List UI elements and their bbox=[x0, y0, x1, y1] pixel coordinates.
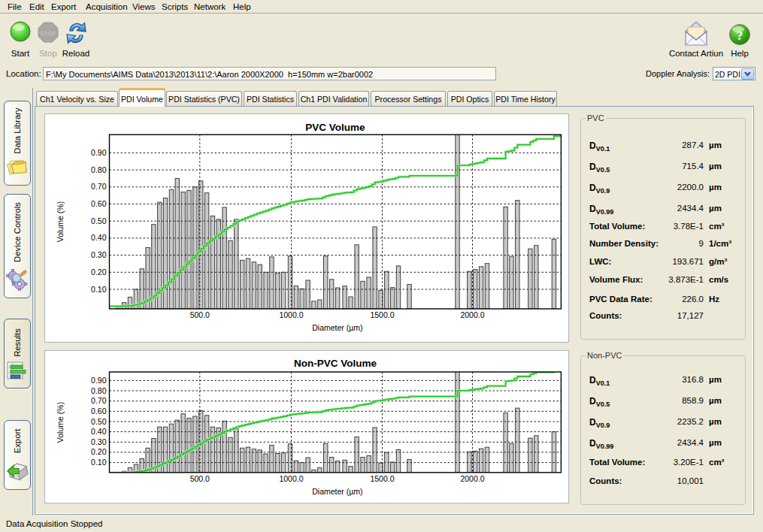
svg-text:Diameter (µm): Diameter (µm) bbox=[312, 487, 362, 496]
svg-text:Volume (%): Volume (%) bbox=[56, 201, 65, 242]
svg-text:STOP: STOP bbox=[40, 30, 56, 37]
svg-text:1500.0: 1500.0 bbox=[370, 310, 394, 319]
svg-text:2000.0: 2000.0 bbox=[460, 310, 484, 319]
svg-text:1000.0: 1000.0 bbox=[279, 474, 303, 483]
svg-text:0.20: 0.20 bbox=[91, 447, 107, 456]
svg-text:0.70: 0.70 bbox=[91, 182, 107, 191]
svg-text:0.20: 0.20 bbox=[91, 268, 107, 277]
svg-text:2000.0: 2000.0 bbox=[460, 474, 484, 483]
svg-text:0.40: 0.40 bbox=[91, 427, 107, 436]
svg-text:0.90: 0.90 bbox=[91, 148, 107, 157]
svg-text:0.40: 0.40 bbox=[91, 233, 107, 242]
svg-text:?: ? bbox=[737, 29, 743, 43]
svg-text:0.50: 0.50 bbox=[91, 417, 107, 426]
svg-text:0.30: 0.30 bbox=[91, 437, 107, 446]
svg-text:0.70: 0.70 bbox=[91, 396, 107, 405]
svg-text:1500.0: 1500.0 bbox=[370, 474, 394, 483]
svg-text:Volume (%): Volume (%) bbox=[56, 402, 65, 443]
svg-text:Non-PVC Volume: Non-PVC Volume bbox=[294, 358, 377, 369]
svg-text:500.0: 500.0 bbox=[190, 474, 210, 483]
svg-text:Diameter (µm): Diameter (µm) bbox=[312, 323, 362, 332]
svg-text:0.80: 0.80 bbox=[91, 165, 107, 174]
svg-text:1000.0: 1000.0 bbox=[279, 310, 303, 319]
svg-text:500.0: 500.0 bbox=[190, 310, 210, 319]
svg-text:0.50: 0.50 bbox=[91, 216, 107, 225]
svg-text:0.10: 0.10 bbox=[91, 458, 107, 467]
svg-text:PVC Volume: PVC Volume bbox=[305, 122, 365, 133]
svg-text:0.60: 0.60 bbox=[91, 407, 107, 416]
svg-text:0.60: 0.60 bbox=[91, 199, 107, 208]
svg-text:0.80: 0.80 bbox=[91, 386, 107, 395]
svg-text:0.10: 0.10 bbox=[91, 285, 107, 294]
svg-text:0.90: 0.90 bbox=[91, 376, 107, 385]
svg-text:0.30: 0.30 bbox=[91, 250, 107, 259]
